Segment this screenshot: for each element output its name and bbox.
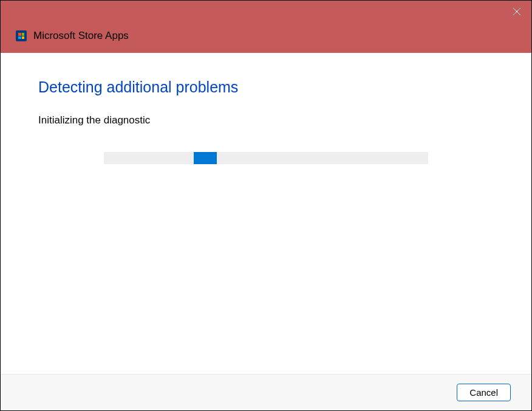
progress-bar (104, 152, 428, 164)
close-icon (513, 7, 521, 16)
app-title: Microsoft Store Apps (33, 30, 129, 42)
store-icon (15, 30, 27, 42)
page-heading: Detecting additional problems (38, 78, 494, 96)
cancel-button[interactable]: Cancel (457, 384, 511, 401)
status-text: Initializing the diagnostic (38, 114, 494, 126)
footer: Cancel (1, 374, 531, 410)
close-button[interactable] (502, 1, 531, 22)
content-area: Detecting additional problems Initializi… (1, 53, 531, 368)
header: Microsoft Store Apps (1, 30, 531, 53)
titlebar (1, 1, 531, 30)
progress-indicator (194, 152, 217, 164)
